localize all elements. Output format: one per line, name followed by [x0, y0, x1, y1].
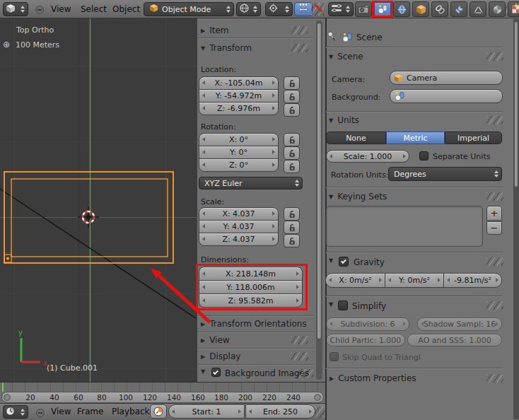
location-z-field[interactable]: Z: -6.976m — [199, 102, 279, 115]
tab-world[interactable] — [393, 1, 410, 17]
decrement-arrow-icon[interactable] — [202, 285, 205, 289]
rotation-x-field[interactable]: X: 0° — [199, 133, 279, 146]
panel-drag-corner[interactable] — [486, 192, 503, 201]
panel-drag-corner[interactable] — [291, 336, 308, 344]
n-panel-scrollbar-handle[interactable] — [317, 23, 322, 339]
increment-arrow-icon[interactable] — [296, 285, 299, 289]
scale-x-field[interactable]: X: 4.037 — [199, 207, 279, 221]
lock-location-x-button[interactable] — [284, 76, 300, 90]
decrement-arrow-icon[interactable] — [388, 278, 391, 282]
decrement-arrow-icon[interactable] — [202, 106, 205, 110]
decrement-arrow-icon[interactable] — [249, 409, 252, 414]
gravity-x-field[interactable]: X: 0m/s² — [325, 273, 385, 288]
gravity-checkbox[interactable] — [339, 257, 349, 267]
increment-arrow-icon[interactable] — [272, 211, 275, 216]
increment-arrow-icon[interactable] — [496, 278, 498, 282]
breadcrumb[interactable]: Scene — [356, 33, 383, 42]
tab-object-data[interactable] — [470, 1, 486, 17]
simplify-checkbox[interactable] — [338, 301, 348, 310]
dimensions-x-field[interactable]: X: 218.148m — [199, 267, 303, 281]
menu-view[interactable]: View — [51, 4, 71, 14]
decrement-arrow-icon[interactable] — [329, 278, 332, 282]
time-sync-toggle-button[interactable] — [150, 404, 167, 419]
panel-drag-corner[interactable] — [297, 369, 314, 378]
separate-units-checkbox[interactable] — [419, 151, 428, 161]
decrement-arrow-icon[interactable] — [202, 137, 205, 141]
tab-object[interactable] — [412, 1, 429, 17]
editor-type-button-timeline[interactable] — [3, 405, 28, 419]
scrollbar-left-cap[interactable] — [4, 394, 11, 401]
properties-scrollbar[interactable] — [513, 19, 519, 419]
tab-particles[interactable] — [513, 3, 519, 16]
camera-field[interactable]: Camera — [390, 71, 503, 85]
increment-arrow-icon[interactable] — [272, 106, 275, 110]
rotation-units-dropdown[interactable]: Degrees — [388, 167, 502, 181]
increment-arrow-icon[interactable] — [272, 237, 275, 241]
panel-header-simplify[interactable]: ▼ — [329, 301, 333, 308]
manipulator-toggle-button[interactable] — [294, 2, 313, 16]
decrement-arrow-icon[interactable] — [330, 322, 332, 326]
panel-drag-corner[interactable] — [291, 26, 308, 35]
decrement-arrow-icon[interactable] — [202, 298, 205, 303]
units-metric-button[interactable]: Metric — [386, 132, 445, 144]
panel-drag-corner[interactable] — [486, 374, 503, 383]
decrement-arrow-icon[interactable] — [202, 150, 205, 154]
panel-drag-corner[interactable] — [486, 52, 503, 61]
decrement-arrow-icon[interactable] — [447, 278, 450, 282]
collapse-menus-icon[interactable] — [35, 6, 44, 14]
decrement-arrow-icon[interactable] — [202, 272, 205, 276]
frame-end-field[interactable]: End: 250 — [245, 404, 315, 419]
increment-arrow-icon[interactable] — [238, 409, 241, 414]
rotation-mode-dropdown[interactable]: XYZ Euler — [199, 177, 303, 189]
panel-header-transform[interactable]: ▼Transform — [201, 43, 252, 53]
lock-scale-y-button[interactable] — [284, 221, 300, 234]
panel-header-transform-orientations[interactable]: ▶Transform Orientations — [201, 319, 307, 329]
scale-z-field[interactable]: Z: 4.037 — [199, 233, 279, 246]
panel-drag-corner[interactable] — [486, 257, 503, 266]
panel-header-scene[interactable]: ▼Scene — [329, 52, 363, 62]
tab-scene[interactable] — [374, 1, 391, 17]
n-panel-scrollbar[interactable] — [316, 21, 322, 380]
mode-dropdown[interactable]: Object Mode — [144, 2, 234, 16]
panel-drag-corner[interactable] — [291, 44, 308, 52]
keying-set-add-button[interactable]: + — [486, 206, 502, 221]
decrement-arrow-icon[interactable] — [202, 224, 205, 228]
lock-rotation-y-button[interactable] — [284, 146, 300, 160]
lock-location-y-button[interactable] — [284, 90, 300, 103]
gravity-z-field[interactable]: -9.81m/s² — [443, 273, 502, 288]
decrement-arrow-icon[interactable] — [202, 81, 205, 85]
simplify-child-particles-field[interactable]: Child Partic: 1.000 — [326, 334, 405, 346]
panel-header-gravity[interactable]: ▼ — [329, 257, 333, 264]
viewport-canvas[interactable]: y x — [0, 18, 197, 382]
units-imperial-button[interactable]: Imperial — [445, 132, 502, 144]
gravity-y-field[interactable]: Y: 0m/s² — [385, 273, 444, 288]
increment-arrow-icon[interactable] — [379, 278, 382, 282]
panel-header-custom-properties[interactable]: ▶Custom Properties — [330, 373, 416, 383]
increment-arrow-icon[interactable] — [272, 150, 275, 154]
simplify-ao-sss-field[interactable]: AO and SSS: 1.000 — [407, 334, 502, 346]
current-frame-line[interactable] — [2, 383, 4, 392]
menu-object[interactable]: Object — [112, 4, 140, 14]
editor-type-button-3dview[interactable] — [3, 2, 28, 16]
frame-start-field[interactable]: Start: 1 — [168, 404, 245, 419]
increment-arrow-icon[interactable] — [272, 81, 275, 85]
background-images-checkbox[interactable] — [211, 368, 221, 377]
lock-location-z-button[interactable] — [284, 103, 300, 117]
dimensions-z-field[interactable]: Z: 95.582m — [199, 293, 303, 308]
viewport-shading-dropdown[interactable] — [236, 2, 261, 16]
decrement-arrow-icon[interactable] — [421, 322, 424, 326]
scrollbar-right-cap[interactable] — [314, 394, 321, 401]
rotation-z-field[interactable]: Z: 0° — [199, 158, 279, 172]
panel-drag-corner[interactable] — [486, 301, 503, 310]
decrement-arrow-icon[interactable] — [202, 163, 205, 167]
decrement-arrow-icon[interactable] — [172, 409, 175, 414]
location-y-field[interactable]: Y: -54.972m — [199, 89, 279, 103]
editor-type-button-properties[interactable] — [328, 2, 354, 16]
scale-y-field[interactable]: Y: 4.037 — [199, 220, 279, 233]
panel-header-item[interactable]: ▶Item — [201, 25, 228, 35]
increment-arrow-icon[interactable] — [403, 154, 406, 158]
unit-scale-slider[interactable]: Scale: 1.000 — [326, 150, 409, 163]
region-corner-handle[interactable] — [315, 407, 325, 418]
dimensions-y-field[interactable]: Y: 118.006m — [199, 280, 303, 294]
units-none-button[interactable]: None — [326, 132, 386, 144]
